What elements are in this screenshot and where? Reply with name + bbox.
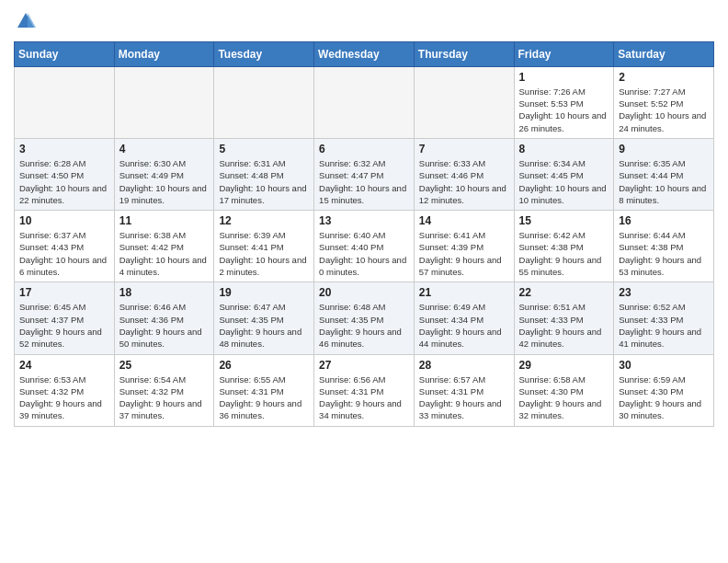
calendar-cell: 4Sunrise: 6:30 AM Sunset: 4:49 PM Daylig… xyxy=(114,138,214,210)
calendar-cell: 16Sunrise: 6:44 AM Sunset: 4:38 PM Dayli… xyxy=(614,211,714,282)
day-number: 6 xyxy=(319,143,409,155)
day-number: 8 xyxy=(519,143,609,155)
day-number: 19 xyxy=(219,286,309,299)
day-number: 28 xyxy=(419,359,509,372)
day-number: 10 xyxy=(19,214,109,227)
calendar-cell: 6Sunrise: 6:32 AM Sunset: 4:47 PM Daylig… xyxy=(314,138,415,210)
day-info: Sunrise: 6:54 AM Sunset: 4:32 PM Dayligh… xyxy=(119,373,210,422)
calendar-cell xyxy=(114,66,214,138)
day-number: 17 xyxy=(19,286,109,299)
calendar-header-row: SundayMondayTuesdayWednesdayThursdayFrid… xyxy=(15,41,714,66)
day-info: Sunrise: 6:38 AM Sunset: 4:42 PM Dayligh… xyxy=(119,229,210,278)
day-info: Sunrise: 6:58 AM Sunset: 4:30 PM Dayligh… xyxy=(519,373,609,422)
day-number: 11 xyxy=(119,214,210,227)
day-info: Sunrise: 6:52 AM Sunset: 4:33 PM Dayligh… xyxy=(619,301,709,350)
calendar-week-row: 1Sunrise: 7:26 AM Sunset: 5:53 PM Daylig… xyxy=(15,66,714,138)
weekday-header-tuesday: Tuesday xyxy=(214,41,314,66)
day-info: Sunrise: 6:57 AM Sunset: 4:31 PM Dayligh… xyxy=(419,373,509,422)
day-number: 21 xyxy=(419,286,509,299)
calendar-cell: 20Sunrise: 6:48 AM Sunset: 4:35 PM Dayli… xyxy=(314,282,415,354)
day-number: 22 xyxy=(519,286,609,299)
day-info: Sunrise: 6:56 AM Sunset: 4:31 PM Dayligh… xyxy=(319,373,409,422)
day-number: 18 xyxy=(119,286,210,299)
day-info: Sunrise: 6:28 AM Sunset: 4:50 PM Dayligh… xyxy=(19,157,109,206)
calendar-cell: 24Sunrise: 6:53 AM Sunset: 4:32 PM Dayli… xyxy=(15,354,115,426)
day-info: Sunrise: 6:51 AM Sunset: 4:33 PM Dayligh… xyxy=(519,301,609,350)
calendar-cell: 27Sunrise: 6:56 AM Sunset: 4:31 PM Dayli… xyxy=(314,354,415,426)
calendar-week-row: 17Sunrise: 6:45 AM Sunset: 4:37 PM Dayli… xyxy=(15,282,714,354)
calendar-cell: 12Sunrise: 6:39 AM Sunset: 4:41 PM Dayli… xyxy=(214,211,314,282)
day-info: Sunrise: 7:27 AM Sunset: 5:52 PM Dayligh… xyxy=(619,86,709,134)
calendar-cell: 8Sunrise: 6:34 AM Sunset: 4:45 PM Daylig… xyxy=(514,138,614,210)
weekday-header-monday: Monday xyxy=(114,41,214,66)
day-info: Sunrise: 6:41 AM Sunset: 4:39 PM Dayligh… xyxy=(419,229,509,278)
day-number: 26 xyxy=(219,359,309,372)
day-number: 7 xyxy=(419,143,509,155)
calendar-cell xyxy=(214,66,314,138)
calendar-cell: 22Sunrise: 6:51 AM Sunset: 4:33 PM Dayli… xyxy=(514,282,614,354)
day-info: Sunrise: 6:35 AM Sunset: 4:44 PM Dayligh… xyxy=(619,157,709,206)
calendar-cell: 15Sunrise: 6:42 AM Sunset: 4:38 PM Dayli… xyxy=(514,211,614,282)
day-info: Sunrise: 6:40 AM Sunset: 4:40 PM Dayligh… xyxy=(319,229,409,278)
day-info: Sunrise: 6:32 AM Sunset: 4:47 PM Dayligh… xyxy=(319,157,409,206)
calendar-cell xyxy=(314,66,415,138)
calendar-cell: 30Sunrise: 6:59 AM Sunset: 4:30 PM Dayli… xyxy=(614,354,714,426)
calendar-cell: 5Sunrise: 6:31 AM Sunset: 4:48 PM Daylig… xyxy=(214,138,314,210)
day-info: Sunrise: 6:34 AM Sunset: 4:45 PM Dayligh… xyxy=(519,157,609,206)
weekday-header-saturday: Saturday xyxy=(614,41,714,66)
weekday-header-wednesday: Wednesday xyxy=(314,41,415,66)
calendar-cell: 25Sunrise: 6:54 AM Sunset: 4:32 PM Dayli… xyxy=(114,354,214,426)
day-info: Sunrise: 6:37 AM Sunset: 4:43 PM Dayligh… xyxy=(19,229,109,278)
calendar-cell: 14Sunrise: 6:41 AM Sunset: 4:39 PM Dayli… xyxy=(414,211,514,282)
calendar-cell: 19Sunrise: 6:47 AM Sunset: 4:35 PM Dayli… xyxy=(214,282,314,354)
weekday-header-thursday: Thursday xyxy=(414,41,514,66)
day-number: 3 xyxy=(19,143,109,155)
day-info: Sunrise: 7:26 AM Sunset: 5:53 PM Dayligh… xyxy=(519,86,609,134)
day-info: Sunrise: 6:49 AM Sunset: 4:34 PM Dayligh… xyxy=(419,301,509,350)
day-info: Sunrise: 6:55 AM Sunset: 4:31 PM Dayligh… xyxy=(219,373,309,422)
svg-marker-1 xyxy=(28,13,36,28)
day-info: Sunrise: 6:44 AM Sunset: 4:38 PM Dayligh… xyxy=(619,229,709,278)
day-number: 24 xyxy=(19,359,109,372)
day-number: 16 xyxy=(619,214,709,227)
calendar-cell: 26Sunrise: 6:55 AM Sunset: 4:31 PM Dayli… xyxy=(214,354,314,426)
logo-icon xyxy=(16,11,36,31)
calendar-cell: 18Sunrise: 6:46 AM Sunset: 4:36 PM Dayli… xyxy=(114,282,214,354)
day-number: 5 xyxy=(219,143,309,155)
calendar-week-row: 3Sunrise: 6:28 AM Sunset: 4:50 PM Daylig… xyxy=(15,138,714,210)
calendar-cell xyxy=(414,66,514,138)
calendar-cell: 3Sunrise: 6:28 AM Sunset: 4:50 PM Daylig… xyxy=(15,138,115,210)
day-number: 1 xyxy=(519,71,609,84)
calendar-cell: 13Sunrise: 6:40 AM Sunset: 4:40 PM Dayli… xyxy=(314,211,415,282)
day-number: 9 xyxy=(619,143,709,155)
calendar-cell: 7Sunrise: 6:33 AM Sunset: 4:46 PM Daylig… xyxy=(414,138,514,210)
day-number: 23 xyxy=(619,286,709,299)
day-number: 12 xyxy=(219,214,309,227)
day-info: Sunrise: 6:59 AM Sunset: 4:30 PM Dayligh… xyxy=(619,373,709,422)
calendar-cell: 28Sunrise: 6:57 AM Sunset: 4:31 PM Dayli… xyxy=(414,354,514,426)
day-number: 4 xyxy=(119,143,210,155)
logo xyxy=(14,15,36,36)
day-info: Sunrise: 6:30 AM Sunset: 4:49 PM Dayligh… xyxy=(119,157,210,206)
calendar-week-row: 24Sunrise: 6:53 AM Sunset: 4:32 PM Dayli… xyxy=(15,354,714,426)
calendar-cell: 11Sunrise: 6:38 AM Sunset: 4:42 PM Dayli… xyxy=(114,211,214,282)
day-info: Sunrise: 6:47 AM Sunset: 4:35 PM Dayligh… xyxy=(219,301,309,350)
day-info: Sunrise: 6:48 AM Sunset: 4:35 PM Dayligh… xyxy=(319,301,409,350)
day-number: 27 xyxy=(319,359,409,372)
calendar-week-row: 10Sunrise: 6:37 AM Sunset: 4:43 PM Dayli… xyxy=(15,211,714,282)
day-info: Sunrise: 6:46 AM Sunset: 4:36 PM Dayligh… xyxy=(119,301,210,350)
calendar-cell: 23Sunrise: 6:52 AM Sunset: 4:33 PM Dayli… xyxy=(614,282,714,354)
day-info: Sunrise: 6:53 AM Sunset: 4:32 PM Dayligh… xyxy=(19,373,109,422)
calendar-cell: 9Sunrise: 6:35 AM Sunset: 4:44 PM Daylig… xyxy=(614,138,714,210)
calendar-cell: 2Sunrise: 7:27 AM Sunset: 5:52 PM Daylig… xyxy=(614,66,714,138)
day-number: 15 xyxy=(519,214,609,227)
day-number: 25 xyxy=(119,359,210,372)
day-number: 2 xyxy=(619,71,709,84)
weekday-header-sunday: Sunday xyxy=(15,41,115,66)
day-number: 20 xyxy=(319,286,409,299)
calendar-cell: 10Sunrise: 6:37 AM Sunset: 4:43 PM Dayli… xyxy=(15,211,115,282)
calendar-cell: 21Sunrise: 6:49 AM Sunset: 4:34 PM Dayli… xyxy=(414,282,514,354)
day-info: Sunrise: 6:31 AM Sunset: 4:48 PM Dayligh… xyxy=(219,157,309,206)
day-info: Sunrise: 6:33 AM Sunset: 4:46 PM Dayligh… xyxy=(419,157,509,206)
calendar-cell: 29Sunrise: 6:58 AM Sunset: 4:30 PM Dayli… xyxy=(514,354,614,426)
